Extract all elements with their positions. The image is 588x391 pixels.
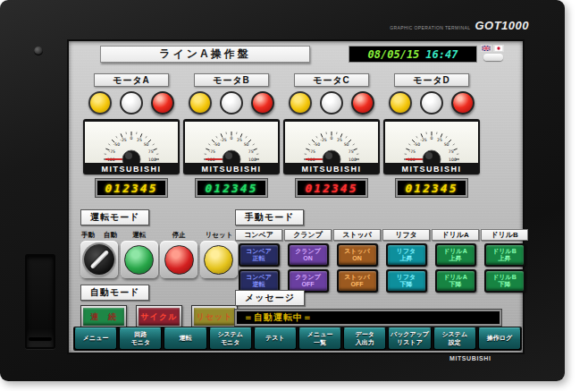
reset-button[interactable] — [204, 245, 233, 275]
svg-text:-50: -50 — [314, 142, 321, 147]
manual-button-label: ドリルB 上昇 — [486, 245, 524, 265]
meter-dial: -100-75-50-250255075100 — [185, 122, 278, 163]
meter-brand: MITSUBISHI — [285, 163, 378, 174]
language-tab — [483, 54, 503, 61]
svg-text:0: 0 — [431, 136, 433, 140]
menu-button[interactable]: メニュー — [74, 327, 117, 350]
svg-text:-25: -25 — [120, 138, 127, 142]
manual-button[interactable]: リフタ 上昇 — [386, 243, 427, 267]
counter-value: 012345 — [406, 182, 458, 195]
analog-meter: -100-75-50-250255075100MITSUBISHI — [283, 119, 380, 174]
red-lamp — [151, 91, 174, 115]
menu-button[interactable]: 回路 モニタ — [119, 327, 162, 350]
run-button[interactable] — [124, 245, 154, 275]
manual-button[interactable]: ドリルB 上昇 — [484, 243, 525, 267]
motor-panel: モータB-100-75-50-250255075100MITSUBISHI012… — [183, 73, 280, 197]
message-section: メッセージ ＝自動運転中＝ — [235, 288, 503, 326]
yellow-lamp — [189, 91, 212, 115]
meter-dial: -100-75-50-250255075100 — [85, 122, 178, 163]
stop-button-group: 停止 — [160, 231, 197, 278]
run-mode-section: 運転モード 手動 自動 運転停止リセット — [80, 208, 238, 278]
svg-text:25: 25 — [437, 138, 442, 142]
counter-value: 012345 — [105, 182, 158, 195]
motor-panel: モータC-100-75-50-250255075100MITSUBISHI012… — [283, 73, 380, 197]
run-mode-controls: 手動 自動 運転停止リセット — [80, 231, 238, 278]
auto-button[interactable]: サイクル — [136, 305, 182, 328]
manual-group-header: クランプ — [284, 229, 332, 241]
svg-text:-50: -50 — [214, 142, 221, 147]
svg-text:100: 100 — [449, 157, 457, 162]
svg-text:-75: -75 — [209, 149, 216, 154]
motor-lamps — [383, 91, 480, 115]
counter-value: 012345 — [306, 182, 358, 195]
svg-text:75: 75 — [248, 149, 254, 154]
auto-button[interactable]: 連 続 — [80, 305, 127, 328]
manual-button-label: ストッパ ON — [339, 245, 376, 265]
digital-counter: 012345 — [296, 179, 367, 197]
menu-button[interactable]: データ 入出力 — [343, 327, 386, 350]
svg-text:25: 25 — [337, 138, 342, 142]
run-button-group: 運転 — [121, 231, 158, 278]
analog-meter: -100-75-50-250255075100MITSUBISHI — [183, 119, 280, 174]
analog-meter: -100-75-50-250255075100MITSUBISHI — [383, 119, 480, 174]
svg-text:100: 100 — [248, 157, 256, 162]
button-base — [200, 241, 238, 278]
reset-button-group: リセット — [200, 231, 238, 278]
yellow-lamp — [88, 91, 112, 115]
button-label: 運転 — [121, 231, 158, 241]
time-value: 16:47 — [425, 48, 458, 61]
svg-text:25: 25 — [137, 138, 142, 142]
switch-auto-label: 自動 — [104, 231, 117, 241]
manual-group: クランプクランプ ONクランプ OFF — [284, 229, 332, 295]
red-lamp — [451, 91, 475, 115]
manual-button[interactable]: クランプ ON — [288, 243, 329, 267]
switch-base — [80, 241, 118, 278]
meter-dial: -100-75-50-250255075100 — [385, 122, 478, 163]
manual-group-header: ストッパ — [333, 229, 381, 241]
mode-select-switch: 手動 自動 — [80, 231, 118, 278]
svg-text:-75: -75 — [109, 149, 116, 154]
svg-text:0: 0 — [231, 136, 233, 140]
svg-text:-50: -50 — [113, 142, 121, 147]
meter-brand: MITSUBISHI — [85, 163, 178, 174]
rotary-knob[interactable] — [84, 244, 114, 275]
yellow-lamp — [389, 91, 412, 115]
manual-button-label: リフタ 上昇 — [388, 245, 425, 265]
manual-button[interactable]: ドリルA 上昇 — [435, 243, 476, 267]
button-base — [121, 241, 158, 278]
svg-text:-75: -75 — [309, 149, 316, 154]
svg-text:-75: -75 — [409, 149, 416, 154]
motor-lamps — [83, 91, 180, 115]
meter-brand: MITSUBISHI — [185, 163, 278, 174]
motor-lamps — [183, 91, 280, 115]
auto-button-label: サイクル — [139, 308, 180, 326]
svg-text:75: 75 — [349, 149, 354, 154]
counter-value: 012345 — [206, 182, 258, 195]
manual-button-label: クランプ ON — [290, 245, 327, 265]
bezel-brand: MITSUBISHI — [449, 355, 491, 361]
menu-button[interactable]: 操作ログ — [478, 327, 521, 350]
motor-panel: モータA-100-75-50-250255075100MITSUBISHI012… — [83, 73, 180, 197]
uk-flag-icon — [481, 45, 491, 52]
menu-button[interactable]: テスト — [254, 327, 297, 350]
manual-button[interactable]: コンベア 正転 — [239, 243, 280, 267]
auto-button[interactable]: リセット — [191, 305, 238, 328]
menu-button[interactable]: システム モニタ — [209, 327, 252, 350]
auto-button-label: 連 続 — [83, 308, 124, 326]
language-switch-button[interactable] — [481, 45, 506, 64]
menu-button[interactable]: システム 設定 — [433, 327, 476, 350]
svg-text:50: 50 — [244, 142, 249, 147]
menu-button[interactable]: バックアップ リストア — [388, 327, 431, 350]
menu-button[interactable]: 運転 — [164, 327, 206, 350]
stop-button[interactable] — [164, 245, 194, 275]
switch-manual-label: 手動 — [81, 231, 95, 241]
got1000-device: GRAPHIC OPERATION TERMINAL GOT1000 MITSU… — [0, 0, 565, 381]
auto-button-label: リセット — [194, 308, 235, 326]
button-base — [160, 241, 197, 278]
manual-button-label: ドリルA 上昇 — [437, 245, 475, 265]
svg-text:0: 0 — [331, 136, 333, 140]
svg-text:50: 50 — [444, 142, 449, 147]
date-value: 08/05/15 — [368, 48, 420, 61]
manual-button[interactable]: ストッパ ON — [337, 243, 378, 267]
menu-button[interactable]: メニュー 一覧 — [298, 327, 341, 350]
